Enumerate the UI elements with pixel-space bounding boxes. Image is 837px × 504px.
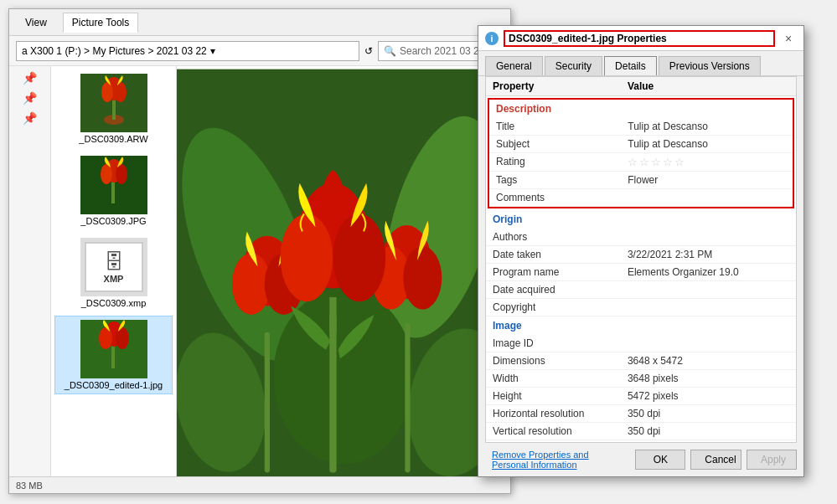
file-thumbnail: [80, 156, 147, 214]
tab-general[interactable]: General: [485, 56, 543, 75]
table-row[interactable]: Authors: [486, 229, 796, 246]
svg-point-15: [116, 327, 129, 349]
svg-point-14: [99, 327, 112, 349]
star-3: ☆: [651, 156, 661, 168]
sidebar: 📌 📌 📌: [9, 66, 51, 493]
list-item[interactable]: 🗄 XMP _DSC0309.xmp: [54, 234, 173, 312]
tab-details[interactable]: Details: [604, 56, 657, 75]
breadcrumb[interactable]: a X300 1 (P:) > My Pictures > 2021 03 22…: [16, 41, 359, 61]
table-row[interactable]: Comments: [489, 189, 793, 207]
explorer-window: View Picture Tools a X300 1 (P:) > My Pi…: [8, 8, 511, 494]
table-row[interactable]: Horizontal resolution 350 dpi: [486, 405, 796, 423]
prop-hres-label: Horizontal resolution: [493, 408, 628, 419]
remove-properties-link[interactable]: Remove Properties and Personal Informati…: [485, 450, 630, 470]
dialog-footer: Remove Properties and Personal Informati…: [478, 443, 803, 476]
description-section: Description Title Tulip at Descanso Subj…: [488, 98, 794, 208]
table-row[interactable]: Height 5472 pixels: [486, 388, 796, 405]
list-item[interactable]: _DSC0309.JPG: [54, 152, 173, 230]
dialog-tabs: General Security Details Previous Versio…: [478, 51, 803, 76]
explorer-titlebar: View Picture Tools: [9, 9, 510, 36]
prop-width-label: Width: [493, 373, 628, 384]
prop-tags-label: Tags: [496, 174, 628, 186]
svg-point-33: [281, 213, 333, 301]
prop-height-value: 5472 pixels: [628, 390, 789, 402]
prop-imageid-label: Image ID: [493, 337, 628, 349]
prop-subject-value: Tulip at Descanso: [628, 138, 786, 150]
search-placeholder-text: Search 2021 03 22: [400, 45, 484, 57]
table-row[interactable]: Copyright: [486, 299, 796, 316]
pin-icon-1[interactable]: 📌: [22, 69, 39, 86]
cancel-button[interactable]: Cancel: [690, 450, 741, 470]
tab-picture-tools[interactable]: Picture Tools: [63, 13, 138, 33]
svg-rect-22: [329, 315, 336, 473]
svg-point-4: [101, 82, 113, 102]
prop-copyright-value: [628, 301, 789, 313]
table-row[interactable]: Vertical resolution 350 dpi: [486, 423, 796, 440]
table-row[interactable]: Width 3648 pixels: [486, 370, 796, 388]
prop-vres-label: Vertical resolution: [493, 425, 628, 437]
svg-point-34: [333, 213, 385, 301]
refresh-icon[interactable]: ↺: [364, 45, 373, 57]
prop-dimensions-value: 3648 x 5472: [628, 355, 789, 367]
prop-title-value: Tulip at Descanso: [628, 121, 786, 132]
dialog-content: Property Value Description Title Tulip a…: [485, 76, 797, 443]
svg-rect-24: [405, 323, 410, 472]
prop-comments-value: [628, 192, 786, 203]
apply-button[interactable]: Apply: [747, 450, 797, 470]
prop-rating-value: ☆ ☆ ☆ ☆ ☆: [628, 156, 786, 168]
svg-point-30: [403, 246, 442, 309]
prop-date-acquired-label: Date acquired: [493, 284, 628, 296]
xmp-label: XMP: [104, 274, 124, 284]
svg-rect-31: [329, 297, 336, 332]
pin-icon-3[interactable]: 📌: [22, 110, 39, 126]
svg-point-19: [273, 288, 414, 463]
breadcrumb-text: a X300 1 (P:) > My Pictures > 2021 03 22: [22, 45, 207, 57]
table-row[interactable]: Date taken 3/22/2021 2:31 PM: [486, 246, 796, 264]
table-header: Property Value: [486, 77, 796, 96]
prop-authors-value: [628, 231, 789, 243]
table-row[interactable]: Date acquired: [486, 281, 796, 299]
svg-rect-23: [265, 332, 270, 473]
table-row[interactable]: Subject Tulip at Descanso: [489, 136, 793, 153]
section-image-header: Image: [486, 316, 796, 335]
star-5: ☆: [674, 156, 685, 168]
tab-previous-versions[interactable]: Previous Versions: [659, 56, 761, 75]
search-icon: 🔍: [384, 45, 396, 57]
prop-copyright-label: Copyright: [493, 301, 628, 313]
ok-button[interactable]: OK: [635, 450, 685, 470]
table-row[interactable]: Title Tulip at Descanso: [489, 118, 793, 136]
properties-dialog: i DSC0309_edited-1.jpg Properties × Gene…: [478, 25, 804, 477]
table-row[interactable]: Image ID: [486, 335, 796, 352]
file-name: _DSC0309.xmp: [81, 298, 147, 308]
table-row[interactable]: Tags Flower: [489, 172, 793, 189]
prop-date-taken-value: 3/22/2021 2:31 PM: [628, 249, 789, 260]
file-name: _DSC0309.JPG: [80, 216, 146, 226]
table-row[interactable]: Rating ☆ ☆ ☆ ☆ ☆: [489, 153, 793, 172]
explorer-body: 📌 📌 📌: [9, 66, 510, 493]
file-name: _DSC0309_edited-1.jpg: [65, 380, 163, 390]
dialog-title: DSC0309_edited-1.jpg Properties: [504, 30, 775, 47]
pin-icon-2[interactable]: 📌: [22, 90, 39, 106]
file-thumbnail: [80, 320, 147, 378]
tab-security[interactable]: Security: [545, 56, 602, 75]
file-name: _DSC0309.ARW: [79, 134, 147, 144]
star-4: ☆: [663, 156, 673, 168]
file-thumbnail: 🗄 XMP: [80, 238, 147, 296]
tab-view[interactable]: View: [16, 13, 56, 33]
star-1: ☆: [628, 156, 638, 168]
list-item[interactable]: _DSC0309_edited-1.jpg: [54, 316, 173, 394]
dialog-info-icon: i: [485, 32, 499, 45]
table-row[interactable]: Program name Elements Organizer 19.0: [486, 264, 796, 281]
star-2: ☆: [639, 156, 649, 168]
section-description-header: Description: [489, 100, 793, 118]
prop-dimensions-label: Dimensions: [493, 355, 628, 367]
prop-date-acquired-value: [628, 284, 789, 296]
list-item[interactable]: _DSC0309.ARW: [54, 69, 173, 148]
section-origin-header: Origin: [486, 210, 796, 229]
prop-hres-value: 350 dpi: [628, 408, 789, 419]
file-thumbnail: [80, 74, 147, 132]
svg-point-5: [115, 82, 127, 102]
table-row[interactable]: Dimensions 3648 x 5472: [486, 352, 796, 370]
close-button[interactable]: ×: [780, 30, 797, 47]
header-value: Value: [628, 80, 789, 92]
